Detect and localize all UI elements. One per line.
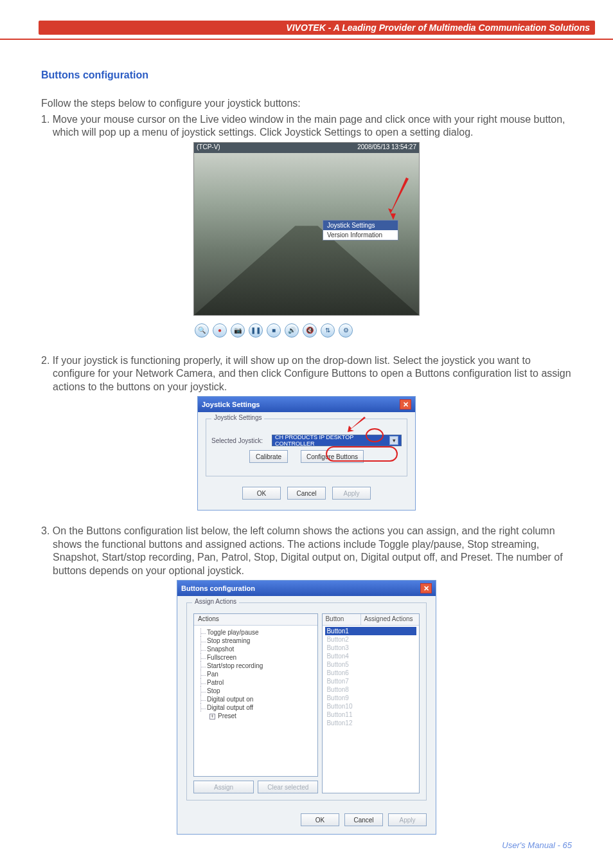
close-icon[interactable]: ✕ bbox=[420, 583, 432, 593]
action-item[interactable]: Patrol bbox=[198, 678, 314, 687]
fieldset3-legend: Assign Actions bbox=[192, 598, 239, 605]
action-item[interactable]: Start/stop recording bbox=[198, 662, 314, 670]
preset-label: Preset bbox=[218, 712, 236, 719]
stop-icon[interactable]: ■ bbox=[267, 323, 281, 338]
dialog-title-bar: Joystick Settings ✕ bbox=[198, 397, 415, 412]
action-preset-group[interactable]: +Preset bbox=[198, 712, 314, 720]
red-arrow-icon bbox=[346, 417, 368, 433]
ok-button[interactable]: OK bbox=[242, 487, 281, 500]
button-row[interactable]: Button9 bbox=[325, 694, 416, 702]
apply-button[interactable]: Apply bbox=[332, 487, 371, 500]
buttons-listbox[interactable]: Button Assigned Actions Button1 Button2 … bbox=[322, 613, 420, 793]
video-overlay-bar: (TCP-V) 2008/05/13 13:54:27 bbox=[194, 143, 419, 153]
dialog-title: Joystick Settings bbox=[202, 401, 260, 408]
button-row[interactable]: Button3 bbox=[325, 644, 416, 652]
apply-button[interactable]: Apply bbox=[388, 813, 427, 826]
button-row[interactable]: Button6 bbox=[325, 669, 416, 677]
action-item[interactable]: Fullscreen bbox=[198, 653, 314, 662]
button-row[interactable]: Button11 bbox=[325, 710, 416, 719]
button-list: Button1 Button2 Button3 Button4 Button5 … bbox=[323, 626, 419, 728]
header-text: VIVOTEK - A Leading Provider of Multimed… bbox=[39, 21, 595, 35]
page-footer: User's Manual - 65 bbox=[502, 840, 572, 850]
audio-icon[interactable]: 🔊 bbox=[285, 323, 299, 338]
dialog3-footer: OK Cancel Apply bbox=[177, 807, 436, 834]
video-toolbar: 🔍 ● 📷 ❚❚ ■ 🔊 🔇 ⇅ ⚙ bbox=[193, 321, 420, 340]
live-video-screenshot: (TCP-V) 2008/05/13 13:54:27 Joystick Set… bbox=[193, 142, 420, 316]
action-item[interactable]: Snapshot bbox=[198, 645, 314, 653]
joystick-settings-dialog: Joystick Settings ✕ Joystick Settings Se… bbox=[197, 396, 416, 511]
video-tr: 2008/05/13 13:54:27 bbox=[357, 143, 416, 152]
page-content: Buttons configuration Follow the steps b… bbox=[0, 40, 613, 835]
button-row[interactable]: Button8 bbox=[325, 685, 416, 694]
action-item[interactable]: Stop bbox=[198, 687, 314, 695]
button-row[interactable]: Button2 bbox=[325, 635, 416, 644]
callout-ring-configure bbox=[326, 446, 398, 462]
record-icon[interactable]: ● bbox=[213, 323, 227, 338]
step-3: 3. On the Buttons configuration list bel… bbox=[41, 525, 572, 577]
action-item[interactable]: Stop streaming bbox=[198, 637, 314, 645]
zoom-icon[interactable]: 🔍 bbox=[195, 323, 209, 338]
assigned-col-header: Assigned Actions bbox=[361, 614, 419, 625]
dialog3-title-bar: Buttons configuration ✕ bbox=[177, 581, 436, 596]
joystick-fieldset: Joystick Settings Selected Joystick: CH … bbox=[206, 419, 407, 476]
button-row[interactable]: Button10 bbox=[325, 702, 416, 710]
step-2: 2. If your joystick is functioning prope… bbox=[41, 354, 572, 393]
video-tl: (TCP-V) bbox=[197, 143, 220, 152]
buttons-header: Button Assigned Actions bbox=[323, 614, 419, 626]
pause-icon[interactable]: ❚❚ bbox=[249, 323, 263, 338]
selected-joystick-label: Selected Joystick: bbox=[211, 437, 269, 444]
actions-listbox[interactable]: Actions Toggle play/pause Stop streaming… bbox=[193, 613, 318, 777]
snapshot-icon[interactable]: 📷 bbox=[231, 323, 245, 338]
fieldset-legend: Joystick Settings bbox=[211, 414, 264, 421]
clear-selected-button[interactable]: Clear selected bbox=[258, 781, 318, 793]
button-row[interactable]: Button4 bbox=[325, 652, 416, 660]
page-header: VIVOTEK - A Leading Provider of Multimed… bbox=[0, 0, 613, 40]
action-item[interactable]: Digital output off bbox=[198, 703, 314, 712]
menu-item-joystick-settings[interactable]: Joystick Settings bbox=[323, 221, 398, 230]
buttons-config-dialog: Buttons configuration ✕ Assign Actions A… bbox=[177, 580, 436, 835]
calibrate-button[interactable]: Calibrate bbox=[249, 450, 288, 463]
button-col-header: Button bbox=[323, 614, 361, 625]
dialog-footer: OK Cancel Apply bbox=[206, 482, 407, 506]
actions-tree: Toggle play/pause Stop streaming Snapsho… bbox=[194, 626, 317, 723]
mute-icon[interactable]: 🔇 bbox=[303, 323, 317, 338]
dialog3-title: Buttons configuration bbox=[181, 584, 255, 592]
intro-text: Follow the steps below to configure your… bbox=[41, 98, 572, 109]
chevron-down-icon[interactable]: ▾ bbox=[389, 436, 398, 445]
red-arrow-icon bbox=[387, 176, 411, 221]
assign-button[interactable]: Assign bbox=[193, 781, 254, 793]
action-item[interactable]: Pan bbox=[198, 670, 314, 678]
assign-actions-fieldset: Assign Actions Actions Toggle play/pause… bbox=[186, 602, 427, 800]
cancel-button[interactable]: Cancel bbox=[344, 813, 383, 826]
section-title: Buttons configuration bbox=[41, 69, 572, 81]
ok-button[interactable]: OK bbox=[301, 813, 339, 826]
actions-header: Actions bbox=[194, 614, 317, 626]
control-icon[interactable]: ⇅ bbox=[321, 323, 335, 338]
context-menu: Joystick Settings Version Information bbox=[323, 220, 398, 240]
button-row[interactable]: Button5 bbox=[325, 660, 416, 669]
cancel-button[interactable]: Cancel bbox=[287, 487, 326, 500]
button-row[interactable]: Button1 bbox=[325, 627, 416, 635]
close-icon[interactable]: ✕ bbox=[400, 399, 411, 410]
button-row[interactable]: Button7 bbox=[325, 677, 416, 685]
action-item[interactable]: Digital output on bbox=[198, 695, 314, 703]
settings-icon[interactable]: ⚙ bbox=[339, 323, 353, 338]
button-row[interactable]: Button12 bbox=[325, 719, 416, 727]
menu-item-version-info[interactable]: Version Information bbox=[323, 230, 398, 240]
plus-icon[interactable]: + bbox=[209, 714, 215, 719]
action-item[interactable]: Toggle play/pause bbox=[198, 628, 314, 637]
step-1: 1. Move your mouse cursor on the Live vi… bbox=[41, 113, 572, 140]
